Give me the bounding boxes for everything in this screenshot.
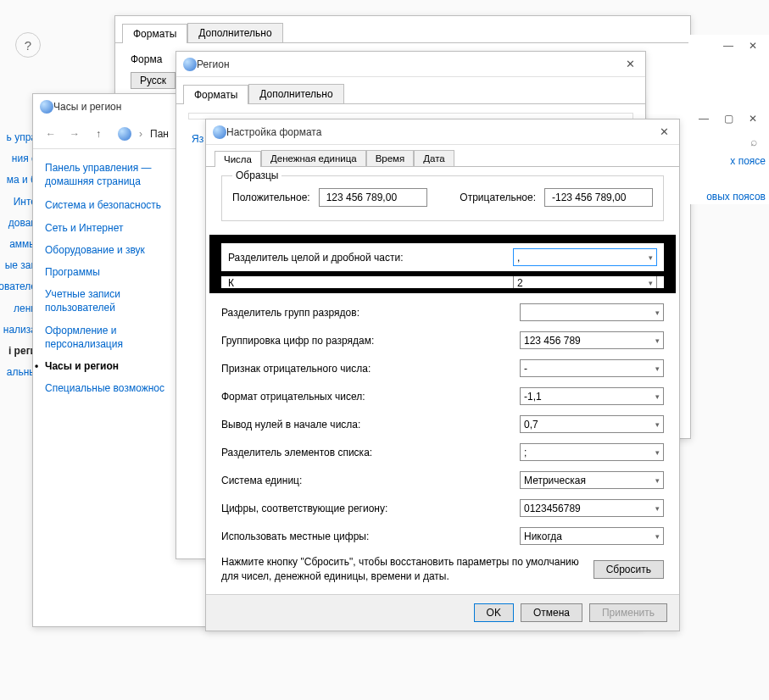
- globe-icon: [118, 127, 131, 141]
- maximize-icon[interactable]: ▢: [724, 113, 733, 125]
- chevron-down-icon: ▾: [652, 420, 660, 429]
- label-list-separator: Разделитель элементов списка:: [221, 447, 520, 458]
- tab-currency[interactable]: Денежная единица: [261, 150, 366, 166]
- close-icon[interactable]: ✕: [656, 125, 672, 138]
- up-icon[interactable]: ↑: [89, 125, 108, 143]
- combo-native-digits[interactable]: Никогда▾: [520, 527, 664, 545]
- negative-label: Отрицательное:: [460, 192, 536, 203]
- timezone-link-fragment2[interactable]: овых поясов: [688, 189, 769, 204]
- chevron-down-icon: ▾: [652, 476, 660, 485]
- reset-hint: Нажмите кнопку "Сбросить", чтобы восстан…: [221, 555, 580, 584]
- combo-list-separator[interactable]: ;▾: [520, 443, 664, 461]
- combo-partial[interactable]: 2▾: [513, 276, 657, 288]
- globe-icon: [213, 125, 226, 139]
- dialog-title: Регион: [197, 58, 622, 70]
- breadcrumb-fragment[interactable]: Пан: [150, 128, 169, 140]
- sidebar-cat-users[interactable]: Учетные записи пользователей: [45, 287, 190, 314]
- reset-button[interactable]: Сбросить: [593, 560, 664, 579]
- tab-date[interactable]: Дата: [414, 150, 454, 166]
- combo-measurement[interactable]: Метрическая▾: [520, 471, 664, 489]
- chevron-down-icon: ▾: [652, 532, 660, 541]
- label-group-separator: Разделитель групп разрядов:: [221, 307, 520, 319]
- tab-numbers[interactable]: Числа: [215, 151, 261, 167]
- dialog-title: Настройка формата: [226, 126, 656, 138]
- samples-legend: Образцы: [232, 169, 281, 181]
- language-link-fragment[interactable]: Яз: [176, 128, 207, 145]
- close-icon[interactable]: ✕: [622, 58, 638, 70]
- label-standard-digits: Цифры, соответствующие региону:: [221, 503, 520, 514]
- chevron-down-icon: ▾: [652, 504, 660, 513]
- combo-negative-format[interactable]: -1,1▾: [520, 387, 664, 405]
- tabstrip: Форматы Дополнительно: [176, 77, 645, 104]
- chevron-down-icon: ▾: [652, 308, 660, 317]
- negative-sample: -123 456 789,00: [544, 188, 653, 207]
- sidebar-cat-network[interactable]: Сеть и Интернет: [45, 221, 190, 235]
- combo-digit-grouping[interactable]: 123 456 789▾: [520, 331, 664, 349]
- cancel-button[interactable]: Отмена: [521, 603, 582, 622]
- chevron-down-icon: ▾: [652, 392, 660, 401]
- combo-negative-sign[interactable]: -▾: [520, 359, 664, 377]
- customize-format-dialog: Настройка формата ✕ Числа Денежная едини…: [205, 119, 680, 631]
- positive-label: Положительное:: [232, 192, 310, 203]
- dialog-button-bar: OK Отмена Применить: [206, 594, 679, 631]
- chevron-down-icon: ▾: [652, 336, 660, 345]
- label-partial: К: [228, 277, 513, 288]
- sidebar-cat-system[interactable]: Система и безопасность: [45, 198, 190, 212]
- combo-standard-digits[interactable]: 0123456789▾: [520, 499, 664, 517]
- chevron-down-icon: ▾: [652, 448, 660, 457]
- label-negative-sign: Признак отрицательного числа:: [221, 363, 520, 375]
- label-leading-zero: Вывод нулей в начале числа:: [221, 419, 520, 431]
- combo-group-separator[interactable]: ▾: [520, 303, 664, 321]
- combo-leading-zero[interactable]: 0,7▾: [520, 415, 664, 433]
- sidebar-cat-clock-region[interactable]: Часы и регион: [45, 359, 190, 373]
- sidebar-cat-appearance[interactable]: Оформление и персонализация: [45, 324, 190, 351]
- chevron-down-icon: ▾: [652, 364, 660, 373]
- cropped-right-panel: — ✕ — ▢ ✕ ⌕ х поясе овых поясов: [688, 35, 769, 204]
- sidebar-cat-programs[interactable]: Программы: [45, 265, 190, 279]
- minimize-icon[interactable]: —: [699, 113, 709, 125]
- tab-additional[interactable]: Дополнительно: [187, 23, 282, 42]
- tab-formats[interactable]: Форматы: [183, 85, 248, 104]
- label-negative-format: Формат отрицательных чисел:: [221, 391, 520, 403]
- language-button-fragment[interactable]: Русск: [131, 72, 176, 89]
- tab-additional[interactable]: Дополнительно: [248, 84, 343, 103]
- close-icon[interactable]: ✕: [749, 40, 757, 52]
- search-icon[interactable]: ⌕: [688, 130, 769, 153]
- sidebar-cat-accessibility[interactable]: Специальные возможнос: [45, 381, 190, 395]
- label-native-digits: Использовать местные цифры:: [221, 531, 520, 542]
- close-icon[interactable]: ✕: [749, 113, 757, 125]
- globe-icon: [183, 58, 197, 71]
- minimize-icon[interactable]: —: [723, 40, 733, 52]
- label-digit-grouping: Группировка цифр по разрядам:: [221, 335, 520, 347]
- label-measurement: Система единиц:: [221, 475, 520, 486]
- combo-decimal-separator[interactable]: ,▾: [513, 248, 657, 266]
- control-panel-sidebar: Панель управления — домашняя страница Си…: [33, 149, 190, 629]
- tabstrip: Форматы Дополнительно: [115, 16, 690, 43]
- chevron-right-icon[interactable]: ›: [137, 128, 145, 140]
- apply-button[interactable]: Применить: [589, 603, 667, 622]
- ok-button[interactable]: OK: [474, 603, 514, 622]
- tab-time[interactable]: Время: [366, 150, 415, 166]
- highlighted-region: Разделитель целой и дробной части: ,▾ К …: [209, 235, 676, 293]
- sidebar-cat-hardware[interactable]: Оборудование и звук: [45, 243, 190, 257]
- globe-icon: [40, 100, 53, 114]
- timezone-link-fragment[interactable]: х поясе: [688, 153, 769, 169]
- samples-group: Образцы Положительное: 123 456 789,00 От…: [221, 175, 664, 221]
- chevron-down-icon: ▾: [645, 253, 653, 262]
- forward-icon[interactable]: →: [65, 125, 84, 143]
- back-icon[interactable]: ←: [42, 125, 60, 143]
- help-icon[interactable]: ?: [15, 32, 41, 58]
- titlebar[interactable]: Регион ✕: [176, 52, 645, 77]
- tabstrip: Числа Денежная единица Время Дата: [206, 145, 679, 167]
- sidebar-home-link[interactable]: Панель управления — домашняя страница: [45, 161, 190, 188]
- titlebar[interactable]: Настройка формата ✕: [206, 119, 679, 145]
- label-decimal-separator: Разделитель целой и дробной части:: [228, 252, 513, 264]
- tab-formats[interactable]: Форматы: [122, 24, 187, 43]
- chevron-down-icon: ▾: [645, 279, 653, 287]
- positive-sample: 123 456 789,00: [319, 188, 427, 207]
